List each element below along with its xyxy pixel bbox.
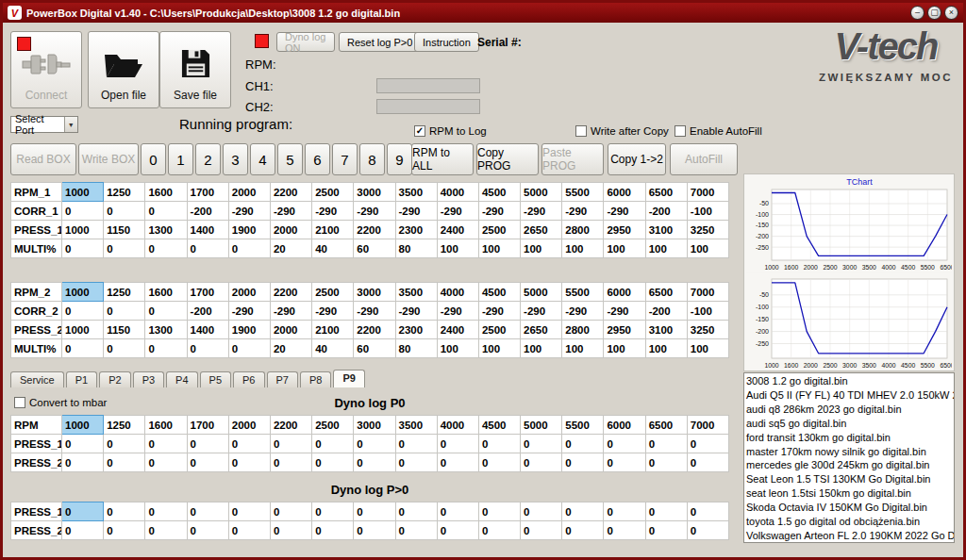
table-cell[interactable]: 6500 xyxy=(645,416,687,435)
table-cell[interactable]: 0 xyxy=(228,339,270,358)
table-cell[interactable]: 2500 xyxy=(312,283,354,302)
table-cell[interactable]: -290 xyxy=(270,302,311,321)
file-list[interactable]: 3008 1.2 go digital.binAudi Q5 II (FY FL… xyxy=(743,372,955,543)
table-cell[interactable]: 0 xyxy=(104,202,145,221)
table-cell[interactable]: 0 xyxy=(187,502,228,521)
open-file-button[interactable]: Open file xyxy=(88,31,159,108)
table-cell[interactable]: 2400 xyxy=(437,321,478,339)
file-list-item[interactable]: Skoda Octavia IV 150KM Go Digital.bin xyxy=(746,501,954,515)
table-cell[interactable]: 0 xyxy=(145,239,187,258)
table-cell[interactable]: 5500 xyxy=(562,183,604,202)
tab-p3[interactable]: P3 xyxy=(133,371,164,387)
copy-prog-button[interactable]: Copy PROG xyxy=(476,143,539,175)
table-cell[interactable]: -290 xyxy=(437,302,478,321)
autofill-button[interactable]: AutoFill xyxy=(670,143,738,175)
close-button[interactable]: × xyxy=(944,6,958,20)
dyno-log-button[interactable]: Dyno log ON xyxy=(276,32,335,52)
table-cell[interactable]: -290 xyxy=(437,202,478,221)
table-cell[interactable]: 3500 xyxy=(395,183,437,202)
table-cell[interactable]: 0 xyxy=(562,435,604,453)
table-cell[interactable]: 4500 xyxy=(478,283,520,302)
table-cell[interactable]: 0 xyxy=(312,521,354,540)
table-cell[interactable]: -290 xyxy=(604,202,645,221)
table-cell[interactable]: 7000 xyxy=(687,183,728,202)
table-cell[interactable]: 2000 xyxy=(270,321,311,339)
table-cell[interactable]: 1250 xyxy=(104,416,145,435)
table-cell[interactable]: 0 xyxy=(562,521,604,540)
table-cell[interactable]: -290 xyxy=(312,202,354,221)
tab-p4[interactable]: P4 xyxy=(166,371,197,387)
table-cell[interactable]: 0 xyxy=(562,453,604,472)
rpm-to-all-button[interactable]: RPM to ALL xyxy=(411,143,474,175)
file-list-item[interactable]: toyota 1.5 go digital od obciążenia.bin xyxy=(746,515,954,529)
digit-button-3[interactable]: 3 xyxy=(223,143,248,175)
table-cell[interactable]: 0 xyxy=(354,502,395,521)
digit-button-2[interactable]: 2 xyxy=(195,143,221,175)
table-cell[interactable]: -290 xyxy=(478,202,520,221)
table-cell[interactable]: 0 xyxy=(104,239,145,258)
table-cell[interactable]: 100 xyxy=(645,239,687,258)
table-cell[interactable]: 1000 xyxy=(62,321,104,339)
paste-prog-button[interactable]: Paste PROG xyxy=(541,143,604,175)
table-cell[interactable]: 0 xyxy=(62,239,104,258)
table-cell[interactable]: 2100 xyxy=(312,221,354,239)
table-cell[interactable]: 80 xyxy=(395,339,437,358)
table-cell[interactable]: -290 xyxy=(395,302,437,321)
copy-1-to-2-button[interactable]: Copy 1->2 xyxy=(608,143,666,175)
table-cell[interactable]: 3000 xyxy=(354,416,395,435)
table-cell[interactable]: 2650 xyxy=(521,221,562,239)
table-cell[interactable]: 0 xyxy=(270,521,311,540)
table-cell[interactable]: 0 xyxy=(354,521,395,540)
rpm-to-log-checkbox[interactable]: ✓ RPM to Log xyxy=(414,125,487,137)
table-cell[interactable]: 2200 xyxy=(354,321,395,339)
table-cell[interactable]: 2000 xyxy=(228,183,270,202)
reset-log-button[interactable]: Reset log P>0 xyxy=(339,32,421,52)
table-cell[interactable]: 80 xyxy=(395,239,437,258)
digit-button-0[interactable]: 0 xyxy=(141,143,166,175)
table-cell[interactable]: 2950 xyxy=(604,221,645,239)
table-cell[interactable]: 3250 xyxy=(687,221,728,239)
digit-button-7[interactable]: 7 xyxy=(332,143,358,175)
table-cell[interactable]: 0 xyxy=(228,502,270,521)
table-cell[interactable]: 1700 xyxy=(187,283,228,302)
digit-button-8[interactable]: 8 xyxy=(359,143,385,175)
table-cell[interactable]: 2000 xyxy=(228,283,270,302)
table-cell[interactable]: 1700 xyxy=(187,416,228,435)
table-cell[interactable]: 20 xyxy=(270,239,311,258)
table-cell[interactable]: 2100 xyxy=(312,321,354,339)
table-cell[interactable]: 0 xyxy=(145,521,187,540)
table-cell[interactable]: 0 xyxy=(187,453,228,472)
table-cell[interactable]: 0 xyxy=(104,302,145,321)
table-cell[interactable]: 3100 xyxy=(645,321,687,339)
table-cell[interactable]: 0 xyxy=(62,202,104,221)
table-cell[interactable]: 0 xyxy=(145,339,187,358)
table-cell[interactable]: 0 xyxy=(687,521,728,540)
table-cell[interactable]: 6000 xyxy=(604,416,645,435)
table-cell[interactable]: -290 xyxy=(312,302,354,321)
table-cell[interactable]: 1250 xyxy=(104,283,145,302)
select-port-dropdown[interactable]: Select Port ▼ xyxy=(10,116,78,133)
digit-button-6[interactable]: 6 xyxy=(305,143,330,175)
table-cell[interactable]: 0 xyxy=(645,453,687,472)
table-cell[interactable]: 2500 xyxy=(312,183,354,202)
enable-autofill-checkbox[interactable]: Enable AutoFill xyxy=(675,125,762,137)
table-cell[interactable]: 0 xyxy=(604,502,645,521)
digit-button-5[interactable]: 5 xyxy=(277,143,303,175)
table-cell[interactable]: 1000 xyxy=(62,183,104,202)
file-list-item[interactable]: master 170km nowy silnik go digital.bin xyxy=(746,445,954,459)
table-cell[interactable]: 0 xyxy=(354,453,395,472)
table-cell[interactable]: 2200 xyxy=(270,283,311,302)
table-cell[interactable]: 1900 xyxy=(228,221,270,239)
table-cell[interactable]: 0 xyxy=(187,521,228,540)
table-cell[interactable]: 0 xyxy=(521,502,562,521)
table-cell[interactable]: 0 xyxy=(145,202,187,221)
table-cell[interactable]: 0 xyxy=(62,302,104,321)
table-cell[interactable]: 1300 xyxy=(145,321,187,339)
tab-p1[interactable]: P1 xyxy=(66,371,97,387)
table-cell[interactable]: 100 xyxy=(562,239,604,258)
table-cell[interactable]: 0 xyxy=(270,502,311,521)
file-list-item[interactable]: seat leon 1.5tsi 150km go digital.bin xyxy=(746,486,954,501)
table-cell[interactable]: 0 xyxy=(312,453,354,472)
file-list-item[interactable]: 3008 1.2 go digital.bin xyxy=(746,374,954,388)
table-cell[interactable]: 0 xyxy=(62,453,104,472)
